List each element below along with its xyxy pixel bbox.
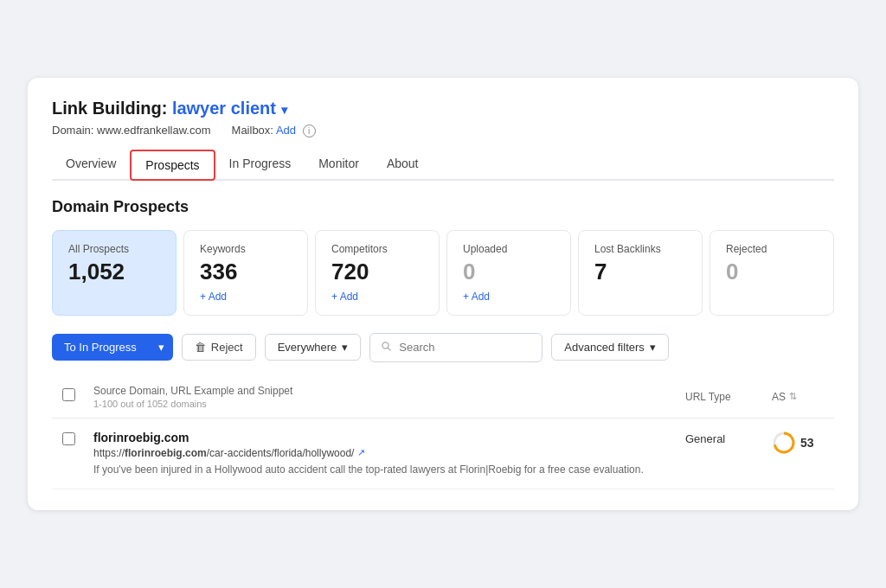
tab-monitor[interactable]: Monitor (305, 150, 373, 181)
title-prefix: Link Building: (52, 99, 167, 118)
tab-about[interactable]: About (373, 150, 433, 181)
as-score: 53 (772, 431, 814, 455)
domain-snippet: If you've been injured in a Hollywood au… (93, 463, 685, 477)
everywhere-chevron-icon: ▾ (342, 341, 348, 354)
keywords-add-link[interactable]: + Add (200, 291, 292, 303)
to-in-progress-dropdown-icon[interactable]: ▾ (150, 334, 173, 361)
stat-value-competitors: 720 (331, 259, 423, 285)
info-icon[interactable]: i (303, 125, 316, 137)
row-url-type-col: General (685, 431, 772, 445)
to-in-progress-label: To In Progress (52, 334, 149, 361)
mailbox-section: Mailbox: Add i (232, 124, 316, 137)
search-icon (381, 340, 392, 355)
url-type-header: URL Type (685, 391, 772, 403)
everywhere-label: Everywhere (278, 341, 337, 354)
stat-value-rejected: 0 (726, 259, 818, 285)
row-checkbox-col (62, 431, 93, 449)
trash-icon: 🗑 (195, 341, 206, 354)
row-main-col: florinroebig.com https://florinroebig.co… (93, 431, 685, 477)
select-all-checkbox[interactable] (62, 388, 75, 401)
stat-label-all-prospects: All Prospects (68, 243, 160, 255)
stat-card-competitors[interactable]: Competitors 720 + Add (315, 230, 440, 316)
advanced-filters-label: Advanced filters (564, 341, 645, 354)
main-container: Link Building: lawyer client ▾ Domain: w… (28, 78, 858, 511)
tab-overview[interactable]: Overview (52, 150, 130, 181)
stat-value-uploaded: 0 (463, 259, 555, 285)
stat-label-competitors: Competitors (331, 243, 423, 255)
stat-label-keywords: Keywords (200, 243, 292, 255)
stat-card-keywords[interactable]: Keywords 336 + Add (183, 230, 308, 316)
advanced-filters-chevron-icon: ▾ (650, 341, 656, 354)
stat-card-lost-backlinks[interactable]: Lost Backlinks 7 (578, 230, 703, 316)
header-checkbox-col (62, 388, 93, 405)
stats-row: All Prospects 1,052 Keywords 336 + Add C… (52, 230, 834, 316)
pagination-info: 1-100 out of 1052 domains (93, 399, 685, 409)
reject-label: Reject (211, 341, 243, 354)
as-filter-icon[interactable]: ⇅ (789, 391, 797, 402)
row-as-col: 53 (772, 431, 824, 455)
stat-label-rejected: Rejected (726, 243, 818, 255)
uploaded-add-link[interactable]: + Add (463, 291, 555, 303)
tab-prospects[interactable]: Prospects (130, 150, 215, 181)
section-title: Domain Prospects (52, 198, 834, 216)
mailbox-add-link[interactable]: Add (276, 124, 296, 137)
domain-label: Domain: www.edfrankellaw.com (52, 124, 211, 137)
stat-card-rejected[interactable]: Rejected 0 (709, 230, 834, 316)
stat-label-uploaded: Uploaded (463, 243, 555, 255)
reject-button[interactable]: 🗑 Reject (182, 334, 256, 361)
stat-value-lost-backlinks: 7 (594, 259, 686, 285)
url-bold: florinroebig.com (125, 447, 207, 459)
external-link-icon[interactable]: ↗ (357, 447, 365, 458)
to-in-progress-button[interactable]: To In Progress ▾ (52, 334, 173, 361)
source-col-header: Source Domain, URL Example and Snippet (93, 385, 685, 397)
url-text: https://florinroebig.com/car-accidents/f… (93, 447, 354, 459)
stat-value-keywords: 336 (200, 259, 292, 285)
svg-line-1 (388, 348, 390, 350)
header-main-col: Source Domain, URL Example and Snippet 1… (93, 385, 685, 409)
as-score-value: 53 (800, 436, 814, 450)
search-input[interactable] (399, 341, 531, 354)
stat-card-all-prospects[interactable]: All Prospects 1,052 (52, 230, 177, 316)
competitors-add-link[interactable]: + Add (331, 291, 423, 303)
header-as-col: AS ⇅ (772, 391, 824, 403)
nav-tabs: Overview Prospects In Progress Monitor A… (52, 150, 834, 181)
project-name[interactable]: lawyer client (172, 99, 276, 118)
domain-name[interactable]: florinroebig.com (93, 431, 685, 444)
toolbar: To In Progress ▾ 🗑 Reject Everywhere ▾ A… (52, 333, 834, 362)
advanced-filters-button[interactable]: Advanced filters ▾ (551, 334, 669, 361)
domain-url-row: https://florinroebig.com/car-accidents/f… (93, 447, 685, 459)
header-url-type-col: URL Type (685, 391, 772, 403)
domain-row: Domain: www.edfrankellaw.com Mailbox: Ad… (52, 124, 834, 137)
as-header: AS (772, 391, 786, 403)
stat-value-all-prospects: 1,052 (68, 259, 160, 285)
stat-label-lost-backlinks: Lost Backlinks (594, 243, 686, 255)
search-box[interactable] (369, 333, 543, 362)
everywhere-dropdown[interactable]: Everywhere ▾ (265, 334, 362, 361)
table-header: Source Domain, URL Example and Snippet 1… (52, 376, 834, 419)
page-title: Link Building: lawyer client ▾ (52, 99, 834, 118)
domain-value: www.edfrankellaw.com (97, 124, 211, 137)
stat-card-uploaded[interactable]: Uploaded 0 + Add (446, 230, 571, 316)
as-score-circle (772, 431, 796, 455)
row-checkbox[interactable] (62, 432, 75, 445)
url-type-value: General (685, 432, 725, 445)
tab-in-progress[interactable]: In Progress (215, 150, 305, 181)
table-row: florinroebig.com https://florinroebig.co… (52, 419, 834, 490)
project-chevron-icon[interactable]: ▾ (281, 103, 287, 117)
